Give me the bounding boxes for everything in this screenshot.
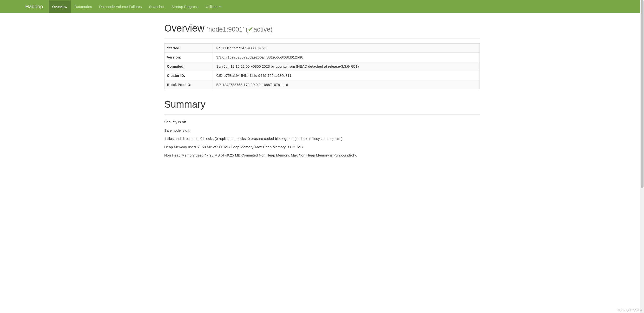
table-row: Compiled: Sun Jun 18 16:22:00 +0800 2023… [164,62,480,71]
nav-utilities[interactable]: Utilities [202,0,224,13]
scrollbar-thumb[interactable] [641,0,644,161]
nav-label: Overview [52,4,68,9]
nav-label: Snapshot [149,4,164,9]
row-value: BP-1242733758-172.20.0.2-1688716781116 [214,80,480,89]
table-row: Started: Fri Jul 07 15:59:47 +0800 2023 [164,44,480,53]
overview-status: active [253,26,270,33]
row-label: Block Pool ID: [164,80,214,89]
summary-line: Heap Memory used 51.58 MB of 200 MB Heap… [164,144,480,150]
nav-list: Overview Datanodes Datanode Volume Failu… [49,0,224,13]
main-container: Overview 'node1:9001' (✔active) Started:… [161,23,483,158]
top-navbar: Hadoop Overview Datanodes Datanode Volum… [0,0,644,13]
row-label: Cluster ID: [164,71,214,80]
brand-link[interactable]: Hadoop [22,0,47,13]
check-icon: ✔ [248,26,253,33]
row-value: 3.3.6, r1be78238728da9266a4f88195058f08f… [214,53,480,62]
row-label: Version: [164,53,214,62]
summary-line: Security is off. [164,120,480,125]
table-row: Version: 3.3.6, r1be78238728da9266a4f881… [164,53,480,62]
nav-datanode-volume-failures[interactable]: Datanode Volume Failures [96,0,146,13]
nav-startup-progress[interactable]: Startup Progress [168,0,202,13]
vertical-scrollbar[interactable] [640,0,644,161]
overview-header: Overview 'node1:9001' (✔active) [164,23,480,38]
nav-label: Utilities [206,4,217,9]
table-row: Block Pool ID: BP-1242733758-172.20.0.2-… [164,80,480,89]
row-value: Fri Jul 07 15:59:47 +0800 2023 [214,44,480,53]
row-label: Compiled: [164,62,214,71]
nav-datanodes[interactable]: Datanodes [71,0,96,13]
summary-line: Safemode is off. [164,128,480,134]
row-value: Sun Jun 18 16:22:00 +0800 2023 by ubuntu… [214,62,480,71]
table-row: Cluster ID: CID-e758a194-54f1-411c-9449-… [164,71,480,80]
summary-line: 1 files and directories, 0 blocks (0 rep… [164,136,480,142]
overview-table: Started: Fri Jul 07 15:59:47 +0800 2023 … [164,43,480,89]
nav-label: Startup Progress [172,4,199,9]
summary-section: Security is off. Safemode is off. 1 file… [164,120,480,158]
page-title: Overview 'node1:9001' (✔active) [164,23,480,34]
nav-snapshot[interactable]: Snapshot [145,0,168,13]
caret-down-icon [219,6,221,7]
overview-host: 'node1:9001' [207,26,244,33]
summary-title: Summary [164,99,480,110]
row-label: Started: [164,44,214,53]
summary-header: Summary [164,99,480,114]
nav-label: Datanode Volume Failures [99,4,142,9]
nav-overview[interactable]: Overview [49,0,71,13]
row-value: CID-e758a194-54f1-411c-9449-726ca986d811 [214,71,480,80]
nav-label: Datanodes [74,4,92,9]
overview-title-text: Overview [164,23,204,34]
overview-subtitle: 'node1:9001' (✔active) [207,26,273,33]
summary-line: Non Heap Memory used 47.95 MB of 49.25 M… [164,153,480,158]
